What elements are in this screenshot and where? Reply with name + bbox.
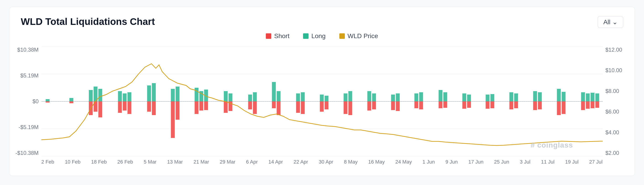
x-label-5: 13 Mar (167, 159, 183, 165)
svg-rect-12 (94, 86, 98, 102)
svg-rect-24 (152, 83, 156, 102)
svg-rect-88 (533, 91, 537, 102)
svg-rect-98 (586, 94, 590, 102)
y-axis-left: $10.38M $5.19M $0 -$5.19M -$10.38M (21, 46, 41, 156)
svg-rect-94 (562, 92, 566, 102)
chevron-down-icon: ⌄ (612, 18, 618, 26)
svg-rect-78 (467, 94, 471, 102)
svg-rect-97 (581, 102, 585, 110)
chart-canvas (41, 46, 603, 156)
x-label-3: 26 Feb (118, 159, 133, 165)
svg-rect-48 (296, 94, 300, 102)
svg-rect-20 (128, 92, 131, 102)
svg-rect-36 (224, 91, 228, 102)
long-color-icon (303, 33, 308, 39)
svg-rect-47 (276, 102, 280, 115)
svg-rect-53 (320, 102, 324, 112)
svg-rect-85 (510, 102, 513, 110)
filter-button[interactable]: All ⌄ (598, 16, 623, 28)
svg-rect-65 (391, 102, 395, 110)
svg-rect-71 (419, 102, 423, 110)
svg-rect-83 (490, 102, 494, 108)
legend-short-label: Short (274, 32, 289, 40)
svg-rect-46 (276, 91, 280, 102)
svg-rect-93 (557, 102, 561, 115)
svg-rect-23 (147, 102, 151, 112)
svg-rect-15 (98, 102, 102, 118)
svg-rect-100 (590, 93, 594, 102)
svg-rect-18 (123, 94, 126, 102)
chart-container: WLD Total Liquidations Chart All ⌄ Short… (9, 7, 635, 176)
x-label-13: 16 May (368, 159, 385, 165)
x-label-1: 10 Feb (65, 159, 80, 165)
x-label-20: 11 Jul (541, 159, 554, 165)
svg-rect-61 (368, 102, 371, 110)
svg-rect-74 (443, 92, 447, 102)
svg-rect-81 (486, 102, 490, 109)
svg-rect-72 (439, 90, 442, 102)
svg-rect-28 (176, 86, 180, 102)
svg-rect-73 (439, 102, 442, 108)
y-left-1: $5.19M (20, 72, 38, 79)
svg-rect-89 (533, 102, 537, 110)
x-label-14: 24 May (395, 159, 412, 165)
svg-rect-87 (514, 102, 518, 108)
svg-rect-56 (344, 94, 348, 102)
svg-rect-6 (46, 99, 50, 102)
svg-rect-7 (46, 102, 50, 102)
y-right-4: $4.00 (606, 129, 619, 136)
svg-rect-95 (562, 102, 566, 114)
svg-rect-45 (272, 102, 276, 108)
chart-legend: Short Long WLD Price (21, 32, 623, 40)
svg-rect-44 (272, 82, 276, 102)
y-left-0: $10.38M (17, 46, 38, 53)
svg-rect-52 (320, 94, 324, 102)
svg-rect-75 (443, 102, 447, 108)
svg-rect-91 (538, 102, 542, 110)
svg-rect-64 (391, 94, 395, 102)
svg-rect-55 (324, 102, 328, 110)
y-left-3: -$5.19M (18, 124, 38, 130)
svg-rect-43 (253, 102, 257, 114)
svg-rect-50 (301, 92, 305, 102)
x-label-16: 9 Jun (445, 159, 458, 165)
svg-rect-57 (344, 102, 348, 114)
svg-rect-90 (538, 92, 542, 102)
svg-rect-19 (123, 102, 126, 110)
x-label-8: 6 Apr (246, 159, 258, 165)
svg-rect-76 (462, 94, 466, 102)
svg-rect-51 (301, 102, 305, 114)
y-left-4: -$10.38M (16, 150, 38, 156)
svg-rect-41 (248, 102, 252, 110)
x-label-9: 14 Apr (268, 159, 283, 165)
svg-rect-101 (590, 102, 594, 108)
y-right-3: $6.00 (606, 108, 619, 115)
svg-rect-40 (248, 94, 252, 102)
svg-rect-59 (348, 102, 352, 115)
svg-rect-69 (414, 102, 418, 108)
svg-rect-96 (581, 92, 585, 102)
legend-short: Short (266, 32, 289, 40)
svg-rect-10 (89, 90, 93, 102)
y-right-1: $10.00 (606, 67, 622, 74)
svg-rect-102 (595, 94, 599, 102)
svg-rect-86 (514, 94, 518, 102)
chart-area: $10.38M $5.19M $0 -$5.19M -$10.38M $12.0… (21, 46, 623, 170)
svg-rect-25 (152, 102, 156, 115)
x-label-2: 18 Feb (91, 159, 107, 165)
svg-rect-60 (368, 91, 371, 102)
svg-rect-37 (224, 102, 228, 113)
svg-rect-92 (557, 89, 561, 102)
svg-rect-63 (372, 102, 376, 110)
svg-rect-62 (372, 94, 376, 102)
chart-title: WLD Total Liquidations Chart (21, 16, 155, 27)
svg-rect-30 (194, 88, 198, 102)
x-label-12: 8 May (344, 159, 358, 165)
y-left-2: $0 (32, 98, 38, 104)
legend-long-label: Long (311, 32, 326, 40)
svg-rect-49 (296, 102, 300, 113)
legend-price: WLD Price (339, 32, 378, 40)
svg-rect-14 (98, 89, 102, 102)
svg-rect-67 (396, 102, 400, 111)
x-label-0: 2 Feb (41, 159, 54, 165)
